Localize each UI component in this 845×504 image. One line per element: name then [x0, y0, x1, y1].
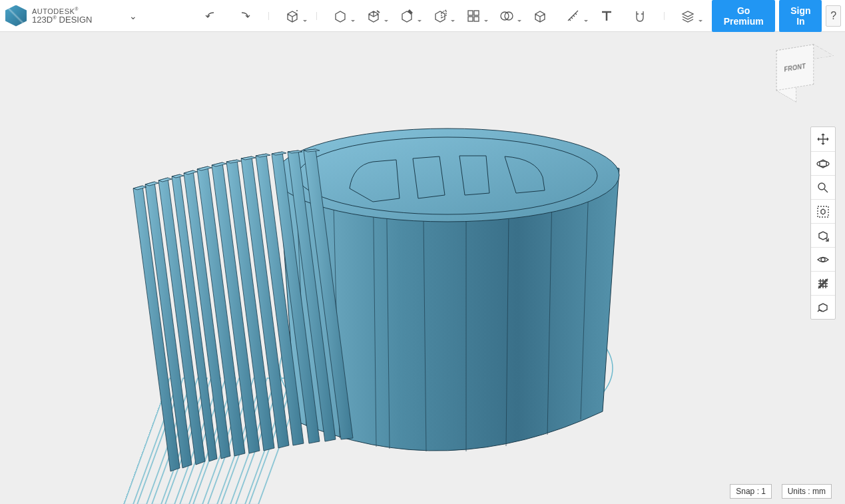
measure-icon: [566, 9, 581, 23]
viewport-3d: [0, 32, 845, 504]
pattern-cube-icon: [433, 9, 447, 23]
brand-company: AUTODESK: [32, 7, 75, 15]
svg-rect-16: [180, 378, 235, 504]
history-group: [187, 7, 268, 25]
grid-toggle-button[interactable]: [811, 271, 835, 295]
modeling-group: [316, 7, 664, 25]
construct-cube-icon: [366, 9, 381, 23]
svg-line-23: [333, 180, 340, 438]
orbit-button[interactable]: [811, 151, 835, 175]
svg-line-28: [506, 157, 509, 446]
magnet-icon: [633, 9, 647, 23]
snap-options-icon: [816, 301, 830, 314]
viewcube[interactable]: LEFT FRONT: [781, 52, 829, 100]
brand-product: 123D: [32, 15, 53, 25]
svg-rect-8: [818, 206, 828, 217]
orbit-icon: [816, 157, 830, 170]
svg-rect-13: [137, 378, 192, 504]
app-logo-icon: [5, 5, 27, 27]
combine-button[interactable]: [497, 7, 516, 25]
grouping-button[interactable]: [464, 7, 483, 25]
undo-button[interactable]: [202, 7, 220, 25]
layers-icon: [681, 9, 695, 23]
app-title: AUTODESK® 123D® DESIGN: [32, 7, 92, 25]
svg-point-9: [821, 258, 825, 262]
svg-rect-14: [152, 378, 207, 504]
svg-rect-3: [474, 17, 479, 21]
svg-rect-21: [249, 378, 304, 504]
grouping-icon: [466, 9, 481, 23]
visibility-button[interactable]: [811, 247, 835, 271]
top-toolbar: AUTODESK® 123D® DESIGN ⌄: [0, 0, 845, 32]
primitives-group: [268, 7, 316, 25]
snap-label: Snap :: [736, 487, 759, 496]
svg-point-31: [276, 128, 619, 222]
material-button[interactable]: [679, 7, 697, 25]
units-label: Units :: [788, 487, 810, 496]
modify-cube-icon: [400, 9, 414, 23]
fit-button[interactable]: [811, 199, 835, 223]
svg-rect-0: [468, 11, 473, 15]
go-premium-button[interactable]: Go Premium: [712, 0, 775, 32]
svg-line-30: [581, 165, 589, 419]
snap-button[interactable]: [531, 7, 549, 25]
svg-point-32: [298, 137, 597, 214]
account-buttons: Go Premium Sign In ?: [712, 0, 845, 32]
snap-options-button[interactable]: [811, 295, 835, 319]
construct-button[interactable]: [364, 7, 383, 25]
units-value: mm: [812, 487, 826, 496]
svg-rect-15: [165, 378, 220, 504]
svg-rect-17: [193, 378, 248, 504]
material-group: [664, 7, 712, 25]
zoom-button[interactable]: [811, 175, 835, 199]
text-button[interactable]: [597, 7, 616, 25]
zoom-icon: [816, 181, 830, 194]
svg-line-25: [386, 167, 390, 449]
svg-rect-20: [236, 378, 291, 504]
convert-button[interactable]: [631, 7, 649, 25]
svg-point-10: [280, 295, 613, 441]
tool-groups: [141, 7, 712, 25]
modify-button[interactable]: [398, 7, 416, 25]
redo-icon: [237, 9, 252, 23]
brand-subproduct: DESIGN: [59, 15, 93, 25]
snap-status[interactable]: Snap : 1: [730, 484, 772, 499]
fit-icon: [816, 205, 830, 218]
snap-value: 1: [761, 487, 766, 496]
svg-rect-2: [468, 17, 473, 21]
sketch-button[interactable]: [331, 7, 350, 25]
redo-button[interactable]: [235, 7, 254, 25]
extruded-text-object: [133, 149, 353, 471]
svg-rect-1: [474, 11, 479, 15]
help-button[interactable]: ?: [826, 5, 841, 27]
primitives-button[interactable]: [283, 7, 302, 25]
svg-line-29: [547, 160, 553, 435]
pattern-button[interactable]: [431, 7, 449, 25]
svg-point-11: [303, 306, 589, 431]
pan-button[interactable]: [811, 127, 835, 151]
cube-sparkle-icon: [285, 9, 300, 23]
snap-cube-icon: [533, 9, 547, 23]
viewcube-face-front[interactable]: FRONT: [776, 44, 814, 91]
svg-rect-19: [221, 378, 276, 504]
sign-in-button[interactable]: Sign In: [779, 0, 822, 32]
sketch-cube-icon: [333, 9, 348, 23]
undo-icon: [204, 9, 218, 23]
cylinder-object: [276, 128, 619, 451]
materials-toggle-button[interactable]: [811, 223, 835, 247]
units-status[interactable]: Units : mm: [782, 484, 832, 499]
main-menu-dropdown[interactable]: ⌄: [126, 11, 141, 21]
svg-line-26: [423, 160, 426, 451]
svg-line-24: [373, 170, 376, 447]
navigation-toolbar: [810, 126, 836, 320]
scene-svg: [0, 32, 845, 504]
ground-outlines: [124, 295, 613, 504]
svg-point-6: [817, 161, 829, 166]
eye-icon: [816, 253, 830, 266]
svg-rect-18: [208, 378, 263, 504]
combine-icon: [499, 9, 514, 23]
svg-point-7: [818, 183, 825, 190]
svg-line-22: [296, 190, 306, 426]
grid-off-icon: [816, 277, 830, 290]
measure-button[interactable]: [564, 7, 583, 25]
